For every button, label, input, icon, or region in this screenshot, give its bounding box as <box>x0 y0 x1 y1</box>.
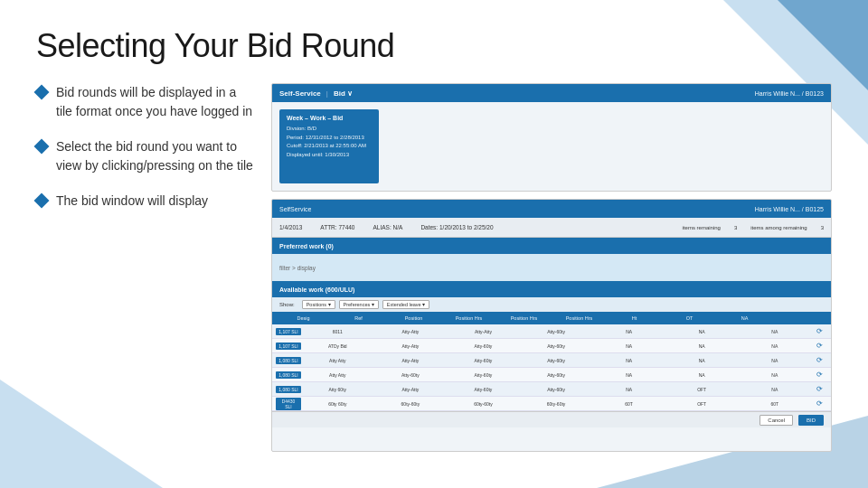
table-row: 1,080 SLI Atty 60ty Atty-Atty Atty-60ty … <box>272 382 831 397</box>
col-ht: Ht <box>607 315 662 321</box>
table-row: D4430 SLI 60ty 60ty 60ty-60ty 60ty-60ty … <box>272 397 831 411</box>
table-row: 1,107 SLI 6011 Atty-Atty Atty-Atty Atty-… <box>272 324 831 339</box>
ss1-divider: | <box>326 89 328 98</box>
row6-code: D4430 SLI <box>276 398 301 410</box>
ss1-section-label: Bid ∨ <box>334 89 353 98</box>
ss2-items2: items among remaining <box>750 225 807 230</box>
tile-line2: Period: 12/31/2012 to 2/28/2013 <box>287 134 372 143</box>
ss1-service-label: Self-Service <box>279 89 321 98</box>
bullet-item-2: Select the bid round you want to view by… <box>36 137 253 175</box>
col-col4: Position Hrs <box>552 315 607 321</box>
row3-action-icon[interactable]: ⟳ <box>816 356 823 364</box>
row1-action-icon[interactable]: ⟳ <box>816 327 823 335</box>
tile-header: Week – Work – Bid <box>287 115 372 121</box>
row1-code: 1,107 SLI <box>276 328 301 335</box>
ss1-body: Week – Work – Bid Divsion: B/D Period: 1… <box>272 102 831 191</box>
bid-round-tile[interactable]: Week – Work – Bid Divsion: B/D Period: 1… <box>279 109 379 183</box>
bullet-item-1: Bid rounds will be displayed in a tile f… <box>36 83 253 121</box>
ss2-date: 1/4/2013 <box>279 224 302 230</box>
tile-line3: Cutoff: 2/21/2013 at 22:55:00 AM <box>287 142 372 151</box>
tile-body: Divsion: B/D Period: 12/31/2012 to 2/28/… <box>287 125 372 159</box>
ss2-preferred-body: filter > display <box>272 254 831 281</box>
ss2-column-headers: Desig Ref Position Position Hrs Position… <box>272 312 831 324</box>
ss2-info-row: 1/4/2013 ATTR: 77440 ALIAS: N/A Dates: 1… <box>272 218 831 238</box>
slide: Selecting Your Bid Round Bid rounds will… <box>0 0 868 488</box>
ss2-available-section: Available work (600/ULU) <box>272 281 831 297</box>
row5-code: 1,080 SLI <box>276 386 301 393</box>
row1-col3: Atty-Atty <box>447 329 520 334</box>
ss2-info-right: items remaining 3 items among remaining … <box>683 225 824 230</box>
table-row: 1,107 SLI ATDy Bid Atty-Atty Atty-60ty A… <box>272 339 831 353</box>
row3-code: 1,080 SLI <box>276 357 301 364</box>
row1-col5: NA <box>592 329 665 334</box>
content-layout: Bid rounds will be displayed in a tile f… <box>36 83 832 452</box>
cancel-button[interactable]: Cancel <box>760 415 793 426</box>
row1-col6: NA <box>665 329 739 334</box>
col-col1: Position <box>386 315 441 321</box>
ss2-filter-row: Show: Positions ▾ Preferences ▾ Extended… <box>272 297 831 312</box>
row4-action-icon[interactable]: ⟳ <box>816 371 823 379</box>
col-na: NA <box>717 315 772 321</box>
bullet-diamond-2 <box>34 139 50 155</box>
ss2-items1: items remaining <box>683 225 721 230</box>
row1-col1: 6011 <box>301 329 374 334</box>
col-ot: OT <box>662 315 717 321</box>
extended-filter-btn[interactable]: Extended leave ▾ <box>382 300 429 309</box>
row2-code: 1,107 SLI <box>276 343 301 350</box>
table-row: 1,080 SLI Atty Atty Atty-Atty Atty-60ty … <box>272 353 831 368</box>
bid-button[interactable]: BID <box>798 415 824 426</box>
row1-col7: NA <box>738 329 811 334</box>
bullet-text-2: Select the bid round you want to view by… <box>56 137 253 175</box>
screenshots-panel: Self-Service | Bid ∨ Harris Willie N... … <box>271 83 832 452</box>
col-desig: Desig <box>276 315 331 321</box>
positions-filter-btn[interactable]: Positions ▾ <box>302 300 335 309</box>
ss1-user-label: Harris Willie N... / B0123 <box>755 90 824 97</box>
row2-action-icon[interactable]: ⟳ <box>816 342 823 350</box>
ss2-attr: ATTR: 77440 <box>320 224 354 230</box>
ss2-preferred-section: Preferred work (0) <box>272 238 831 254</box>
table-row: 1,080 SLI Atty Atty Atty-60ty Atty-60ty … <box>272 368 831 382</box>
ss2-footer: Cancel BID <box>272 411 831 427</box>
row4-code: 1,080 SLI <box>276 371 301 379</box>
ss2-preferred-placeholder: filter > display <box>279 265 316 271</box>
col-col2: Position Hrs <box>441 315 496 321</box>
bullet-list: Bid rounds will be displayed in a tile f… <box>36 83 253 211</box>
ss2-count2: 3 <box>821 225 824 230</box>
ss2-count1: 3 <box>734 225 737 230</box>
bullet-item-3: The bid window will display <box>36 192 253 211</box>
ss2-service-label: SelfService <box>279 206 311 212</box>
bullet-diamond-1 <box>34 85 50 100</box>
ss2-topbar: SelfService Harris Willie N... / B0125 <box>272 200 831 218</box>
bullet-text-3: The bid window will display <box>56 192 208 211</box>
ss1-topbar: Self-Service | Bid ∨ Harris Willie N... … <box>272 84 831 102</box>
screenshot-bid-window: SelfService Harris Willie N... / B0125 1… <box>271 199 832 452</box>
bullet-diamond-3 <box>34 193 50 209</box>
ss2-user-label: Harris Willie N... / B0125 <box>755 206 824 212</box>
row5-action-icon[interactable]: ⟳ <box>816 385 823 393</box>
row1-col4: Atty-60ty <box>520 329 593 334</box>
tile-line1: Divsion: B/D <box>287 125 372 134</box>
ss2-dates: Dates: 1/20/2013 to 2/25/20 <box>420 224 493 230</box>
preferences-filter-btn[interactable]: Preferences ▾ <box>339 300 379 309</box>
ss2-preferred-label: Preferred work (0) <box>279 243 334 249</box>
slide-title: Selecting Your Bid Round <box>36 27 832 65</box>
ss2-alias: ALIAS: N/A <box>373 224 403 230</box>
table-rows: 1,107 SLI 6011 Atty-Atty Atty-Atty Atty-… <box>272 324 831 411</box>
bullet-text-1: Bid rounds will be displayed in a tile f… <box>56 83 253 121</box>
row1-col2: Atty-Atty <box>374 329 448 334</box>
col-col3: Position Hrs <box>496 315 552 321</box>
screenshot-tile-view: Self-Service | Bid ∨ Harris Willie N... … <box>271 83 832 192</box>
filter-label: Show: <box>279 302 295 307</box>
tile-line4: Displayed until: 1/30/2013 <box>287 151 372 160</box>
row6-action-icon[interactable]: ⟳ <box>816 399 823 408</box>
col-ref: Ref <box>331 315 386 321</box>
ss2-available-label: Available work (600/ULU) <box>279 286 354 293</box>
